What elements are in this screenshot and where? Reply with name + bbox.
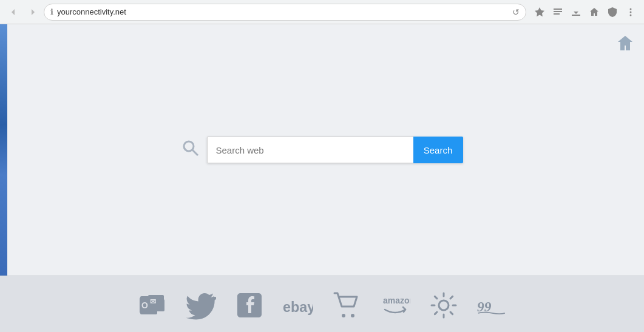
svg-point-20: [439, 300, 449, 310]
search-box: Search: [207, 137, 463, 163]
svg-point-18: [351, 314, 354, 317]
svg-point-4: [630, 8, 632, 10]
search-button[interactable]: Search: [413, 137, 463, 163]
svg-text:amazon: amazon: [383, 296, 410, 305]
footer-icon-ebay[interactable]: ebay: [283, 290, 313, 320]
svg-text:O: O: [141, 300, 148, 310]
footer-icon-twitter[interactable]: [186, 290, 216, 320]
back-button[interactable]: [5, 4, 22, 21]
svg-rect-2: [554, 13, 560, 15]
search-icon: [181, 139, 200, 161]
refresh-icon[interactable]: ↺: [512, 7, 520, 17]
footer-icon-amazon[interactable]: amazon: [380, 290, 410, 320]
footer-icon-settings[interactable]: [429, 290, 459, 320]
svg-rect-1: [554, 11, 562, 12]
svg-rect-0: [554, 8, 562, 10]
bookmark-star-button[interactable]: [531, 4, 548, 21]
menu-button[interactable]: [622, 4, 639, 21]
nav-bar: ℹ ↺: [0, 0, 644, 24]
svg-rect-3: [572, 15, 580, 16]
forward-button[interactable]: [24, 4, 41, 21]
info-icon: ℹ: [50, 7, 53, 16]
footer-toolbar: O ✉ ebay amazon: [0, 276, 644, 332]
svg-line-8: [192, 150, 198, 155]
footer-icon-outlook[interactable]: O ✉: [137, 290, 168, 320]
url-input[interactable]: [57, 7, 509, 16]
nav-icons: [531, 4, 639, 21]
footer-icon-cart[interactable]: [331, 290, 362, 320]
footer-icon-facebook[interactable]: [234, 290, 265, 320]
browser-chrome: ℹ ↺: [0, 0, 644, 24]
page-content: Search: [0, 24, 644, 276]
search-container: Search: [181, 137, 463, 163]
page-home-icon[interactable]: [615, 33, 635, 57]
home-button[interactable]: [586, 4, 603, 21]
svg-point-7: [184, 141, 194, 151]
address-bar: ℹ ↺: [44, 4, 526, 21]
reader-mode-button[interactable]: [549, 4, 566, 21]
shield-button[interactable]: [604, 4, 621, 21]
download-button[interactable]: [568, 4, 585, 21]
svg-point-6: [630, 14, 632, 16]
search-input[interactable]: [207, 137, 413, 163]
svg-point-17: [342, 314, 345, 317]
svg-text:✉: ✉: [150, 297, 156, 306]
footer-icon-99cents[interactable]: 99: [477, 290, 507, 320]
svg-point-5: [630, 11, 632, 13]
svg-text:ebay: ebay: [283, 299, 313, 315]
